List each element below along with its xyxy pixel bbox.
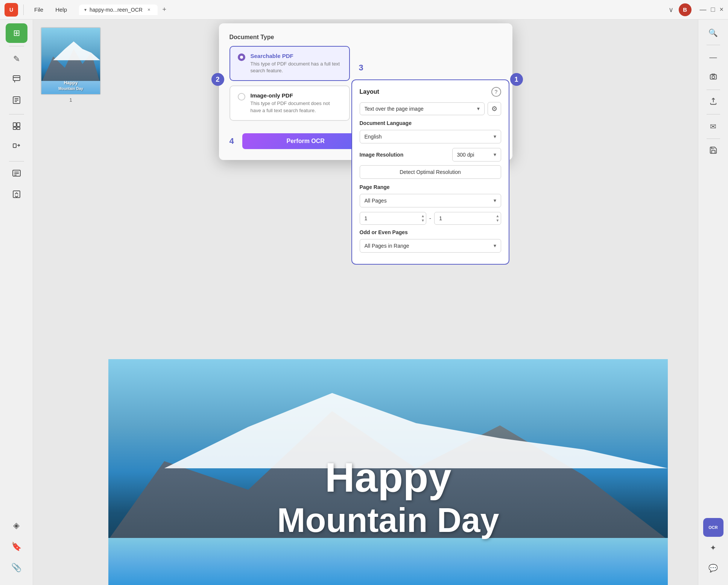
file-menu[interactable]: File [29, 5, 49, 14]
maximize-btn[interactable]: □ [711, 6, 715, 14]
detect-resolution-btn[interactable]: Detect Optimal Resolution [360, 165, 501, 179]
radio-inner [240, 56, 243, 59]
window-list-btn[interactable]: ∨ [669, 6, 673, 14]
searchable-pdf-content: Searchable PDF This type of PDF document… [251, 53, 342, 74]
svg-rect-7 [13, 123, 16, 126]
sidebar-item-bookmark[interactable]: 🔖 [6, 537, 27, 556]
image-only-radio[interactable] [238, 93, 245, 101]
resolution-dropdown[interactable]: 72 dpi 150 dpi 300 dpi 600 dpi [452, 148, 501, 161]
window-controls: — □ × [700, 6, 723, 14]
right-sidebar-bottom: OCR ✦ 💬 [703, 518, 723, 581]
right-export-btn[interactable] [703, 93, 723, 111]
right-save-btn[interactable] [703, 142, 723, 160]
minimize-btn[interactable]: — [700, 6, 707, 14]
image-only-pdf-title: Image-only PDF [251, 92, 342, 99]
tab-dropdown-icon[interactable]: ▾ [84, 7, 87, 12]
svg-rect-9 [13, 127, 16, 129]
from-page-input[interactable] [360, 212, 426, 225]
right-sep-4 [707, 139, 720, 139]
odd-even-wrap: All Pages in Range Odd Pages Only Even P… [360, 239, 501, 253]
odd-even-dropdown[interactable]: All Pages in Range Odd Pages Only Even P… [360, 239, 501, 253]
to-page-down[interactable]: ▼ [496, 219, 500, 222]
image-only-pdf-option[interactable]: Image-only PDF This type of PDF document… [229, 85, 350, 120]
page-range-label: Page Range [360, 184, 501, 190]
sidebar-sep-2 [9, 114, 24, 114]
layers-icon: ◈ [13, 521, 20, 530]
titlebar-menu: File Help [29, 5, 72, 14]
app-logo-icon: U [5, 3, 18, 17]
titlebar: U File Help ▾ happy-mo...reen_OCR × + ∨ … [0, 0, 728, 20]
right-ocr-btn[interactable]: OCR [703, 518, 723, 537]
from-page-up[interactable]: ▲ [421, 214, 425, 218]
layout-select-wrap: Text over the page image Text under the … [360, 102, 485, 115]
layout-panel-header: Layout ? [360, 87, 501, 97]
image-res-row: Image Resolution 72 dpi 150 dpi 300 dpi … [360, 148, 501, 161]
active-tab[interactable]: ▾ happy-mo...reen_OCR × [79, 5, 158, 15]
document-type-section: 2 Document Type Searchable PDF This type… [229, 34, 502, 125]
zoom-icon: 🔍 [708, 28, 718, 37]
comment-bubble-icon [12, 75, 21, 86]
svg-point-18 [712, 76, 714, 78]
image-only-pdf-content: Image-only PDF This type of PDF document… [251, 92, 342, 114]
searchable-pdf-option[interactable]: Searchable PDF This type of PDF document… [229, 46, 350, 81]
to-page-up[interactable]: ▲ [496, 214, 500, 218]
to-page-input[interactable] [434, 212, 501, 225]
layout-gear-btn[interactable]: ⚙ [488, 102, 501, 116]
ai-sparkle-icon: ✦ [710, 543, 716, 552]
right-sep-1 [707, 45, 720, 45]
svg-rect-11 [13, 144, 16, 148]
to-page-wrap: ▲ ▼ [434, 212, 501, 225]
odd-even-label: Odd or Even Pages [360, 229, 501, 235]
right-mail-btn[interactable]: ✉ [703, 117, 723, 136]
perform-ocr-btn[interactable]: Perform OCR [242, 133, 369, 149]
res-select-wrap: 72 dpi 150 dpi 300 dpi 600 dpi ▼ [452, 148, 501, 161]
sidebar-item-convert[interactable] [6, 139, 27, 158]
layout-help-btn[interactable]: ? [491, 87, 501, 97]
new-tab-btn[interactable]: + [159, 5, 170, 15]
titlebar-right: ∨ B — □ × [669, 3, 723, 16]
step-2-label: 2 [211, 73, 224, 86]
right-chat-btn[interactable]: 💬 [703, 559, 723, 577]
right-view-btn[interactable]: — [703, 48, 723, 67]
all-pages-dropdown[interactable]: All Pages Custom Range [360, 194, 501, 207]
right-zoom-btn[interactable]: 🔍 [703, 23, 723, 42]
sidebar-item-organize[interactable] [6, 117, 27, 137]
right-sep-3 [707, 114, 720, 114]
organize-pages-icon [12, 122, 21, 133]
tab-bar: ▾ happy-mo...reen_OCR × + [79, 5, 170, 15]
searchable-pdf-desc: This type of PDF document has a full tex… [251, 61, 342, 74]
close-btn[interactable]: × [719, 6, 723, 14]
searchable-pdf-title: Searchable PDF [251, 53, 342, 59]
sidebar-item-form[interactable] [6, 91, 27, 111]
edit-pen-icon: ✎ [13, 54, 20, 64]
layout-dropdown[interactable]: Text over the page image Text under the … [360, 102, 485, 115]
bookmark-icon: 🔖 [11, 542, 21, 551]
user-avatar[interactable]: B [679, 3, 692, 16]
help-menu[interactable]: Help [50, 5, 72, 14]
compress-icon [12, 190, 21, 201]
sidebar-item-edit[interactable]: ✎ [6, 49, 27, 69]
tab-close-btn[interactable]: × [146, 6, 152, 13]
sidebar-item-attachment[interactable]: 📎 [6, 558, 27, 577]
right-scan-btn[interactable] [703, 68, 723, 87]
svg-rect-16 [13, 191, 20, 198]
right-ai-btn[interactable]: ✦ [703, 538, 723, 557]
form-icon [12, 96, 21, 107]
sidebar-item-comment[interactable] [6, 70, 27, 90]
ocr-dialog: 2 Document Type Searchable PDF This type… [219, 23, 512, 160]
from-page-down[interactable]: ▼ [421, 219, 425, 222]
all-pages-wrap: All Pages Custom Range ▼ [360, 194, 501, 207]
scan-icon [709, 73, 717, 83]
image-only-pdf-desc: This type of PDF document does not have … [251, 100, 342, 114]
searchable-radio[interactable] [238, 53, 245, 61]
layout-row: Text over the page image Text under the … [360, 102, 501, 116]
tab-title: happy-mo...reen_OCR [90, 7, 143, 13]
sidebar-item-layers[interactable]: ◈ [6, 516, 27, 535]
sidebar-item-thumbnail[interactable]: ⊞ [6, 23, 27, 43]
sidebar-item-compress[interactable] [6, 186, 27, 205]
doc-language-dropdown[interactable]: English French German Spanish Chinese Ja… [360, 130, 501, 143]
layout-panel: Layout ? Text over the page image Text u… [351, 79, 509, 265]
convert-icon [12, 143, 21, 154]
sidebar-item-ocr[interactable] [6, 165, 27, 184]
page-range-inputs: ▲ ▼ - ▲ ▼ [360, 212, 501, 225]
